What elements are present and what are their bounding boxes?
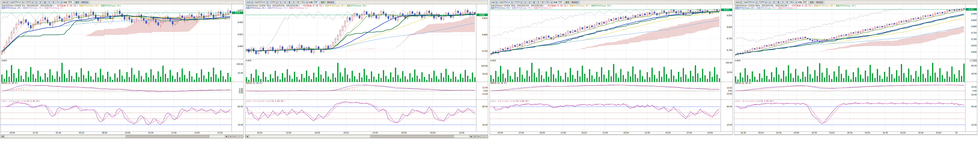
period-button-4[interactable]: 年 [296, 1, 300, 4]
macd-chart-canvas[interactable] [734, 82, 965, 100]
price-chart-canvas[interactable] [490, 4, 721, 59]
period-button-4[interactable]: 年 [541, 1, 544, 4]
time-label: 01/19 [498, 132, 503, 134]
market-select[interactable]: 先物▼ [490, 1, 498, 4]
apply-button[interactable]: 適用 [565, 1, 570, 4]
scroll-left-arrow-icon[interactable]: ◀ [245, 135, 249, 138]
period-button-2[interactable]: 週 [288, 1, 291, 4]
interval-select[interactable]: 30分▼ [545, 1, 553, 4]
h-scrollbar[interactable]: ◀▶≪≫＋－ [245, 135, 488, 138]
price-tick-label: 8,875 [238, 10, 243, 11]
scroll-tool-button-0[interactable]: ≪ [229, 135, 232, 138]
price-chart-canvas[interactable] [245, 4, 476, 59]
stochastics-chart-canvas[interactable] [1, 100, 232, 132]
contract-month-select[interactable]: 12/03▼ [514, 1, 523, 4]
price-section: 8,8508,8008,7508,7008,875日経225mini 12/03… [490, 4, 732, 59]
period-button-0[interactable]: 分 [35, 1, 38, 4]
volume-tick-label: 100.00 [725, 62, 732, 64]
period-button-1[interactable]: 日 [283, 1, 287, 4]
bars-count-input[interactable] [313, 1, 319, 4]
market-select[interactable]: 先物▼ [735, 1, 742, 4]
period-button-2[interactable]: 週 [532, 1, 536, 4]
scroll-tool-button-3[interactable]: － [484, 135, 488, 138]
instrument-select[interactable]: 日経225mini▼ [254, 1, 269, 4]
apply-button[interactable]: 適用 [74, 1, 80, 4]
apply-button[interactable]: 適用 [809, 1, 815, 4]
bars-count-label: 本数 [798, 1, 802, 4]
macd-section-label: MACD( 12, 26, 9 ) [490, 82, 507, 84]
indicator-label: 日経225mini 12/03( 60分, 2012/01/16 - 2012/… [735, 5, 789, 7]
scroll-right-arrow-icon[interactable]: ▶ [225, 135, 229, 138]
volume-chart-canvas[interactable] [245, 59, 476, 82]
time-label: 16:30 [740, 132, 746, 134]
price-tick-label: 8,750 [971, 32, 977, 34]
indicator-label: 移動平均(Close, 10 ) [836, 5, 856, 7]
chart-panel: 先物▼日経225mini▼12/03▼分日週月年10分▼本数適用期間指定8,85… [245, 0, 488, 138]
contract-month-select[interactable]: 12/03▼ [25, 1, 34, 4]
bars-count-input[interactable] [802, 1, 808, 4]
period-button-4[interactable]: 年 [52, 1, 56, 4]
period-button-2[interactable]: 週 [43, 1, 47, 4]
price-chart-canvas[interactable] [1, 4, 232, 59]
time-label: 11:40 [171, 132, 177, 134]
scroll-track[interactable] [5, 135, 225, 138]
period-button-1[interactable]: 日 [772, 1, 776, 4]
scroll-tool-button-0[interactable]: ≪ [473, 135, 477, 138]
period-button-1[interactable]: 日 [528, 1, 531, 4]
h-scrollbar[interactable]: ◀▶≪≫＋－ [1, 135, 243, 138]
interval-select[interactable]: 5分▼ [56, 1, 63, 4]
time-label: 12:00 [286, 132, 291, 134]
stochastics-chart-canvas[interactable] [490, 100, 721, 132]
period-button-3[interactable]: 月 [48, 1, 51, 4]
period-button-1[interactable]: 日 [39, 1, 43, 4]
scroll-right-arrow-icon[interactable]: ▶ [470, 135, 473, 138]
scroll-left-arrow-icon[interactable]: ◀ [1, 135, 4, 138]
bars-count-input[interactable] [68, 1, 74, 4]
period-button-4[interactable]: 年 [786, 1, 789, 4]
period-button-0[interactable]: 分 [279, 1, 283, 4]
scroll-tool-button-3[interactable]: － [240, 135, 243, 138]
scroll-thumb[interactable] [126, 135, 209, 138]
instrument-select[interactable]: 日経225mini▼ [10, 1, 24, 4]
scroll-tool-button-2[interactable]: ＋ [480, 135, 484, 138]
period-range-button[interactable]: 期間指定 [815, 1, 824, 4]
volume-chart-canvas[interactable] [1, 59, 232, 82]
contract-month-select[interactable]: 12/03▼ [269, 1, 278, 4]
macd-chart-canvas[interactable] [245, 82, 476, 100]
chart-title-line2: 移動平均(Close, 25 )移動平均(Close, 75 )移動平均(Clo… [246, 7, 368, 9]
period-button-3[interactable]: 月 [536, 1, 540, 4]
period-range-button[interactable]: 期間指定 [81, 1, 90, 4]
stochastics-chart-canvas[interactable] [734, 100, 965, 132]
macd-tick-label: -15.00 [482, 93, 487, 95]
period-range-button[interactable]: 期間指定 [571, 1, 580, 4]
period-range-button[interactable]: 期間指定 [326, 1, 335, 4]
bars-count-input[interactable] [558, 1, 564, 4]
contract-month-select[interactable]: 12/03▼ [759, 1, 767, 4]
interval-select[interactable]: 60分▼ [790, 1, 797, 4]
scroll-tool-button-2[interactable]: ＋ [236, 135, 240, 138]
volume-chart-canvas[interactable] [734, 59, 965, 82]
price-chart-canvas[interactable] [734, 4, 965, 59]
apply-button[interactable]: 適用 [320, 1, 326, 4]
market-select[interactable]: 先物▼ [246, 1, 253, 4]
volume-chart-canvas[interactable] [490, 59, 721, 82]
period-button-0[interactable]: 分 [523, 1, 527, 4]
instrument-select[interactable]: 日経225mini▼ [498, 1, 513, 4]
macd-chart-canvas[interactable] [1, 82, 232, 100]
time-label: 12:00 [644, 132, 650, 134]
period-button-3[interactable]: 月 [292, 1, 296, 4]
scroll-track[interactable] [249, 135, 469, 138]
stochastics-chart-canvas[interactable] [245, 100, 476, 132]
instrument-select[interactable]: 日経225mini▼ [743, 1, 758, 4]
volume-section-label: 出来高 [735, 59, 740, 62]
period-button-2[interactable]: 週 [777, 1, 780, 4]
market-select[interactable]: 先物▼ [2, 1, 9, 4]
period-button-0[interactable]: 分 [768, 1, 772, 4]
contract-month-select-label: 12/03 [515, 2, 520, 3]
scroll-tool-button-1[interactable]: ≫ [232, 135, 236, 138]
scroll-thumb[interactable] [370, 135, 454, 138]
period-button-3[interactable]: 月 [781, 1, 785, 4]
interval-select[interactable]: 10分▼ [301, 1, 309, 4]
macd-chart-canvas[interactable] [490, 82, 721, 100]
scroll-tool-button-1[interactable]: ≫ [477, 135, 480, 138]
